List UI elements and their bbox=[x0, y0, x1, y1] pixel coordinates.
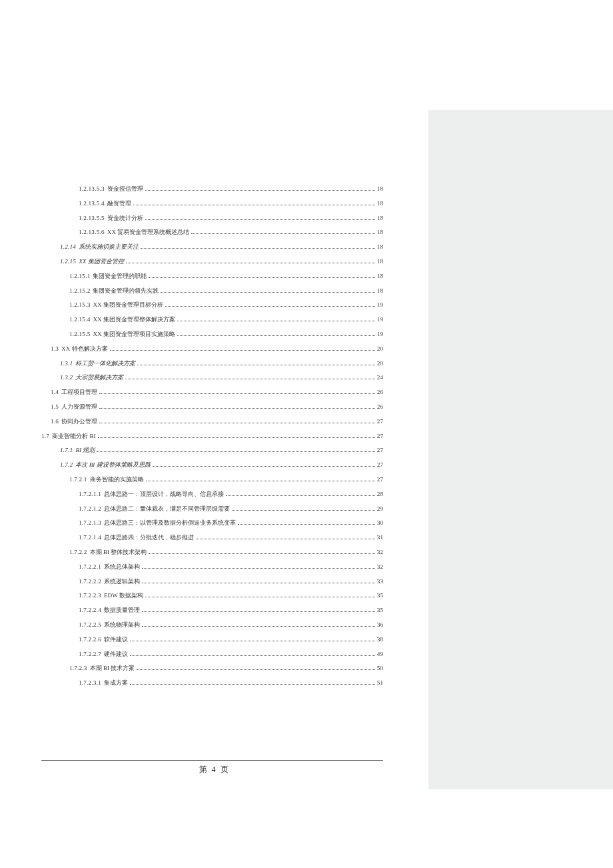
toc-row: 1.3XX 特色解决方案20 bbox=[41, 346, 383, 352]
toc-entry-title: 大宗贸易解决方案 bbox=[75, 375, 123, 381]
toc-entry-number: 1.5 bbox=[51, 404, 59, 410]
toc-leader-dots bbox=[196, 539, 375, 539]
toc-leader-dots bbox=[141, 248, 375, 249]
toc-leader-dots bbox=[142, 568, 375, 569]
toc-entry-page: 29 bbox=[377, 506, 383, 512]
toc-entry-page: 18 bbox=[377, 273, 383, 279]
page-footer: 第 4 页 bbox=[0, 764, 428, 775]
toc-entry-title: 商务智能的实施策略 bbox=[90, 477, 144, 483]
toc-entry-number: 1.2.15.4 bbox=[69, 317, 90, 323]
toc-entry-number: 1.2.15.2 bbox=[69, 288, 90, 294]
toc-entry-number: 1.4 bbox=[51, 389, 59, 395]
toc-entry-number: 1.7.2.1.4 bbox=[79, 535, 101, 541]
toc-row: 1.2.15.2集团资金管理的领先实践18 bbox=[41, 288, 383, 294]
toc-leader-dots bbox=[137, 365, 374, 365]
toc-leader-dots bbox=[142, 583, 375, 583]
toc-row: 1.7.2.2本期 BI 整体技术架构32 bbox=[41, 549, 383, 555]
toc-entry-title: XX 集团资金管理整体解决方案 bbox=[93, 317, 175, 323]
toc-entry-number: 1.3.2 bbox=[60, 375, 73, 381]
toc-entry-number: 1.7.2.1.1 bbox=[79, 491, 101, 497]
toc-leader-dots bbox=[191, 233, 374, 234]
toc-entry-title: 本次 BI 建设整体策略及思路 bbox=[75, 462, 150, 468]
toc-entry-page: 18 bbox=[377, 186, 383, 192]
toc-row: 1.7.2.1.3总体思路三：以管理及数据分析倒逼业务系统变革30 bbox=[41, 520, 383, 526]
toc-entry-number: 1.7.2 bbox=[60, 462, 73, 468]
toc-row: 1.7.2.2.1系统总体架构32 bbox=[41, 564, 383, 570]
toc-entry-page: 26 bbox=[377, 389, 383, 395]
toc-leader-dots bbox=[137, 669, 374, 670]
toc-entry-page: 35 bbox=[377, 607, 383, 613]
toc-entry-title: 总体思路四：分批迭代，稳步推进 bbox=[104, 535, 194, 541]
toc-entry-page: 20 bbox=[377, 346, 383, 352]
toc-entry-title: XX 集团资金管控 bbox=[79, 259, 124, 265]
toc-leader-dots bbox=[149, 553, 374, 554]
toc-entry-title: 总体思路三：以管理及数据分析倒逼业务系统变革 bbox=[104, 520, 236, 526]
toc-entry-title: 融资管理 bbox=[107, 201, 131, 207]
toc-entry-page: 27 bbox=[377, 433, 383, 439]
toc-entry-page: 18 bbox=[377, 229, 383, 235]
toc-entry-number: 1.7.2.2.3 bbox=[79, 593, 101, 599]
toc-entry-page: 27 bbox=[377, 447, 383, 453]
toc-leader-dots bbox=[177, 321, 375, 321]
toc-entry-title: 本期 BI 技术方案 bbox=[90, 665, 135, 671]
toc-row: 1.3.1科工贸一体化解决方案20 bbox=[41, 361, 383, 367]
toc-entry-title: 集成方案 bbox=[104, 680, 128, 686]
toc-entry-number: 1.2.13.5.6 bbox=[79, 229, 105, 235]
toc-entry-number: 1.7.2.3.1 bbox=[79, 680, 101, 686]
toc-leader-dots bbox=[99, 393, 375, 394]
toc-entry-number: 1.7.2.2 bbox=[69, 549, 87, 555]
toc-row: 1.7.2.3本期 BI 技术方案50 bbox=[41, 665, 383, 671]
toc-leader-dots bbox=[99, 423, 375, 423]
toc-row: 1.2.15.4XX 集团资金管理整体解决方案19 bbox=[41, 317, 383, 323]
toc-entry-title: 商业智能分析 BI bbox=[52, 433, 95, 439]
toc-row: 1.4工程项目管理26 bbox=[41, 389, 383, 395]
toc-entry-page: 19 bbox=[377, 317, 383, 323]
toc-entry-page: 27 bbox=[377, 419, 383, 425]
toc-entry-title: BI 规划 bbox=[75, 447, 95, 453]
toc-entry-title: EDW 数据架构 bbox=[104, 593, 143, 599]
toc-entry-number: 1.2.14 bbox=[60, 244, 76, 250]
toc-leader-dots bbox=[145, 597, 375, 597]
side-strip-top bbox=[428, 0, 613, 110]
footer-suffix: 页 bbox=[221, 765, 230, 774]
toc-entry-number: 1.2.13.5.5 bbox=[79, 215, 105, 221]
toc-entry-title: 系统总体架构 bbox=[104, 564, 140, 570]
toc-entry-page: 30 bbox=[377, 520, 383, 526]
side-strip-mid bbox=[428, 110, 613, 789]
toc-entry-title: 科工贸一体化解决方案 bbox=[75, 361, 135, 367]
toc-entry-page: 26 bbox=[377, 404, 383, 410]
toc-row: 1.2.13.5.3资金授信管理18 bbox=[41, 186, 383, 192]
toc-entry-page: 35 bbox=[377, 593, 383, 599]
toc-leader-dots bbox=[149, 277, 374, 278]
toc-entry-page: 19 bbox=[377, 331, 383, 337]
toc-entry-number: 1.7.2.1 bbox=[69, 477, 87, 483]
toc-entry-page: 27 bbox=[377, 462, 383, 468]
toc-entry-title: 集团资金管理的领先实践 bbox=[93, 288, 159, 294]
toc-entry-number: 1.6 bbox=[51, 419, 59, 425]
toc-entry-number: 1.2.15.1 bbox=[69, 273, 90, 279]
toc-row: 1.7.2.1商务智能的实施策略27 bbox=[41, 477, 383, 483]
toc-entry-number: 1.2.15.5 bbox=[69, 331, 90, 337]
toc-row: 1.7.2.2.2系统逻辑架构33 bbox=[41, 579, 383, 585]
toc-leader-dots bbox=[126, 263, 375, 263]
toc-entry-number: 1.7.2.2.2 bbox=[79, 579, 101, 585]
toc-entry-page: 18 bbox=[377, 201, 383, 207]
toc-leader-dots bbox=[130, 655, 375, 656]
toc-entry-number: 1.7.2.1.3 bbox=[79, 520, 101, 526]
toc-row: 1.2.15.5XX 集团资金管理项目实施策略19 bbox=[41, 331, 383, 337]
toc-entry-number: 1.7.2.2.7 bbox=[79, 651, 101, 657]
toc-entry-page: 36 bbox=[377, 622, 383, 628]
toc-entry-title: 资金统计分析 bbox=[107, 215, 143, 221]
toc-row: 1.2.13.5.6XX 贸易资金管理系统概述总结18 bbox=[41, 229, 383, 235]
toc-entry-number: 1.2.13.5.4 bbox=[79, 201, 105, 207]
toc-leader-dots bbox=[145, 190, 375, 191]
toc-entry-title: XX 贸易资金管理系统概述总结 bbox=[107, 229, 190, 235]
toc-entry-title: 总体思路二：量体裁衣，满足不同管理层级需要 bbox=[104, 506, 230, 512]
toc-row: 1.2.15.1集团资金管理的职能18 bbox=[41, 273, 383, 279]
toc-leader-dots bbox=[142, 611, 375, 612]
toc-entry-title: 人力资源管理 bbox=[61, 404, 97, 410]
toc-entry-page: 20 bbox=[377, 361, 383, 367]
toc-entry-number: 1.3 bbox=[51, 346, 59, 352]
toc-row: 1.7.2.1.4总体思路四：分批迭代，稳步推进31 bbox=[41, 535, 383, 541]
toc-row: 1.5人力资源管理26 bbox=[41, 404, 383, 410]
